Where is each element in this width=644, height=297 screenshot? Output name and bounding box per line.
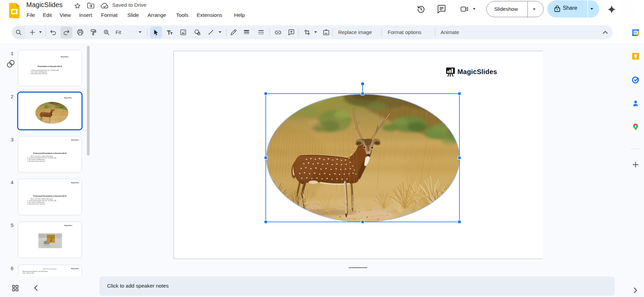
svg-text:31: 31 [634,31,637,34]
